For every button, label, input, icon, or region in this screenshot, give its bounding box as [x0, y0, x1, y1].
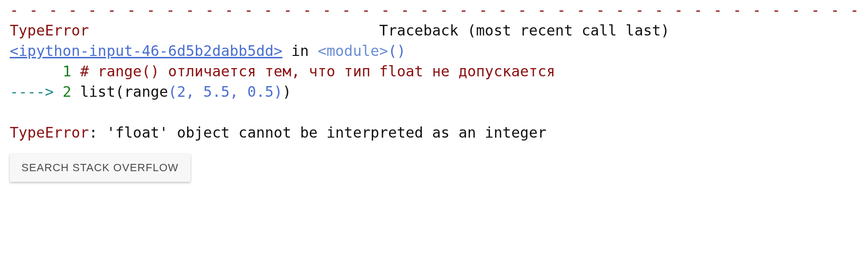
error-message-line: TypeError: 'float' object cannot be inte… — [10, 123, 858, 143]
paren-close: ) — [397, 42, 406, 59]
traceback-separator: - - - - - - - - - - - - - - - - - - - - … — [10, 0, 858, 20]
traceback-line-2: ----> 2 list(range(2, 5.5, 0.5)) — [10, 82, 858, 102]
module-label: <module> — [318, 42, 388, 59]
prefix — [10, 63, 62, 80]
paren: ) — [283, 83, 291, 100]
arrow-prefix: ----> — [10, 83, 62, 100]
paren: ( — [115, 83, 124, 100]
code-comment: # range() отличается тем, что тип float … — [71, 63, 555, 80]
fn-list: list — [71, 83, 115, 100]
traceback-header: TypeError Traceback (most recent call la… — [10, 20, 858, 41]
traceback-label: Traceback (most recent call last) — [379, 22, 670, 39]
blank-line — [10, 102, 858, 123]
in-word: in — [283, 42, 318, 59]
error-message: 'float' object cannot be interpreted as … — [107, 124, 547, 141]
traceback-frame-location: <ipython-input-46-6d5b2dabb5dd> in <modu… — [10, 41, 858, 61]
error-type: TypeError — [10, 22, 89, 39]
paren-open: ( — [388, 42, 397, 59]
line-number: 1 — [62, 63, 71, 80]
error-sep: : — [89, 124, 107, 141]
args-open: ( — [168, 83, 177, 100]
args: 2, 5.5, 0.5 — [177, 83, 274, 100]
fn-range: range — [124, 83, 168, 100]
error-name: TypeError — [10, 124, 89, 141]
line-number: 2 — [62, 83, 71, 100]
args-close: ) — [274, 83, 283, 100]
search-stack-overflow-button[interactable]: SEARCH STACK OVERFLOW — [10, 154, 190, 182]
traceback-output: - - - - - - - - - - - - - - - - - - - - … — [10, 0, 858, 143]
traceback-line-1: 1 # range() отличается тем, что тип floa… — [10, 61, 858, 82]
ipython-input-link[interactable]: <ipython-input-46-6d5b2dabb5dd> — [10, 42, 283, 59]
